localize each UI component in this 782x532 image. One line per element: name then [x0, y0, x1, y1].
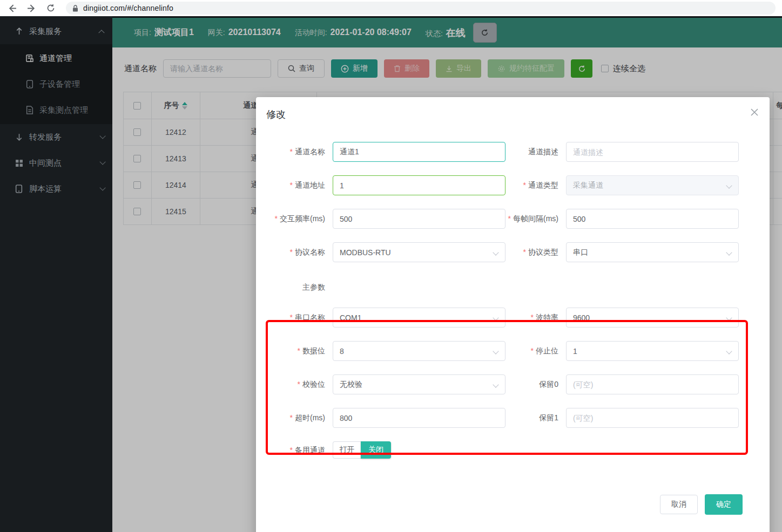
form-row: 串口名称 COM1 波特率 9600 [262, 308, 770, 328]
stop-bits-select[interactable]: 1 [566, 341, 739, 361]
main-params-section-label: 主参数 [262, 283, 333, 292]
form-row: 通道地址 通道类型 采集通道 [262, 175, 770, 195]
frame-interval-input[interactable] [566, 209, 739, 229]
reload-icon[interactable] [43, 1, 58, 16]
timeout-input[interactable] [333, 408, 505, 428]
interact-freq-field-label: 交互频率(ms) [262, 209, 333, 229]
confirm-button[interactable]: 确定 [705, 494, 743, 515]
form-row: 交互频率(ms) 每帧间隔(ms) [262, 209, 770, 229]
form-row: 备用通道 打开 关闭 [262, 441, 770, 459]
parity-field-label: 校验位 [262, 374, 333, 394]
channel-type-select[interactable]: 采集通道 [566, 175, 739, 195]
data-bits-field-label: 数据位 [262, 341, 333, 361]
channel-addr-input[interactable] [333, 175, 505, 195]
channel-desc-input[interactable] [566, 142, 739, 162]
address-bar[interactable]: dingiiot.com/#/channelinfo [66, 2, 776, 15]
form-row: 校验位 无校验 保留0 [262, 374, 770, 394]
cancel-button[interactable]: 取消 [660, 495, 698, 514]
form-row: 协议名称 MODBUS-RTU 协议类型 串口 [262, 242, 770, 262]
data-bits-select[interactable]: 8 [333, 341, 505, 361]
modal-title: 修改 [266, 109, 286, 120]
backup-off-button[interactable]: 关闭 [361, 441, 391, 459]
app-window: 采集服务 通道管理 子设备管理 采集测点管理 [0, 16, 782, 532]
reserve0-input[interactable] [566, 374, 739, 394]
form-row: 通道名称 通道描述 [262, 142, 770, 162]
timeout-field-label: 超时(ms) [262, 408, 333, 428]
channel-type-field-label: 通道类型 [505, 175, 566, 195]
back-icon[interactable] [4, 1, 19, 16]
modal-header: 修改 [256, 97, 770, 121]
edit-channel-form: 通道名称 通道描述 通道地址 通道类型 采集通道 交互频率(ms) 每帧间隔(m… [256, 121, 770, 515]
lock-icon [72, 5, 78, 12]
reserve1-field-label: 保留1 [505, 408, 566, 428]
edit-channel-modal: 修改 通道名称 通道描述 通道地址 通道类型 采集通道 交互频率(ms) 每帧间… [256, 97, 770, 532]
channel-name-field-label: 通道名称 [262, 142, 333, 162]
serial-name-select[interactable]: COM1 [333, 308, 505, 328]
close-icon[interactable] [750, 108, 759, 117]
baud-rate-field-label: 波特率 [505, 308, 566, 328]
frame-interval-field-label: 每帧间隔(ms) [505, 209, 566, 229]
form-row: 数据位 8 停止位 1 [262, 341, 770, 361]
protocol-type-field-label: 协议类型 [505, 242, 566, 262]
form-row: 超时(ms) 保留1 [262, 408, 770, 428]
reserve0-field-label: 保留0 [505, 374, 566, 394]
baud-rate-select[interactable]: 9600 [566, 308, 739, 328]
stop-bits-field-label: 停止位 [505, 341, 566, 361]
backup-channel-toggle: 打开 关闭 [333, 441, 391, 459]
protocol-name-select[interactable]: MODBUS-RTU [333, 242, 505, 262]
backup-on-button[interactable]: 打开 [333, 441, 361, 459]
parity-select[interactable]: 无校验 [333, 374, 505, 394]
interact-freq-input[interactable] [333, 209, 505, 229]
protocol-name-field-label: 协议名称 [262, 242, 333, 262]
reserve1-input[interactable] [566, 408, 739, 428]
modal-footer: 取消 确定 [262, 459, 770, 515]
serial-name-field-label: 串口名称 [262, 308, 333, 328]
backup-channel-field-label: 备用通道 [262, 441, 333, 459]
channel-addr-field-label: 通道地址 [262, 175, 333, 195]
browser-chrome: dingiiot.com/#/channelinfo [0, 0, 782, 16]
channel-desc-field-label: 通道描述 [505, 142, 566, 162]
channel-name-input[interactable] [333, 142, 505, 162]
forward-icon[interactable] [24, 1, 39, 16]
protocol-type-select[interactable]: 串口 [566, 242, 739, 262]
url-text: dingiiot.com/#/channelinfo [83, 4, 173, 12]
